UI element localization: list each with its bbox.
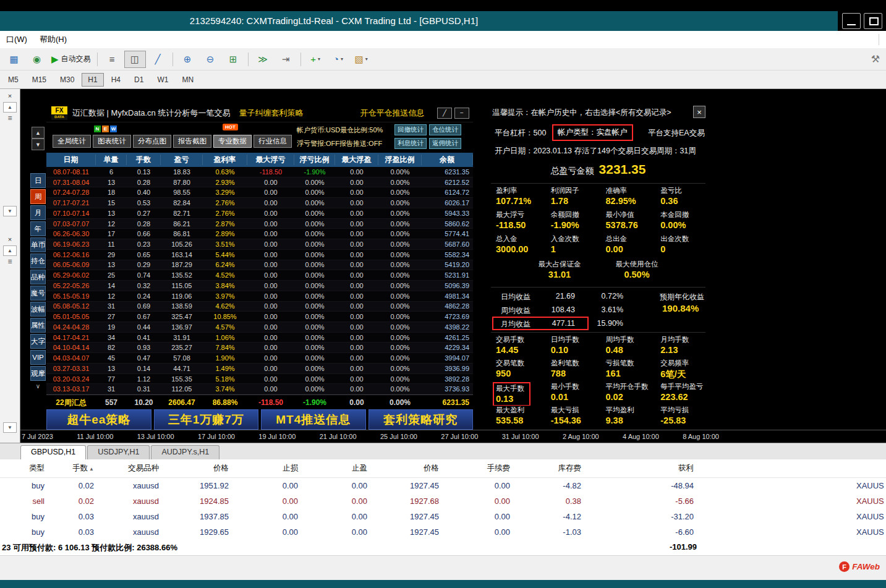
terminal-row[interactable]: buy0.02xauusd1951.920.000.001927.450.00-… (0, 478, 886, 493)
info-stat-inner: 最大盈利535.58 (496, 406, 543, 425)
stats-cell: 0.47 (127, 354, 161, 362)
timeframe-MN[interactable]: MN (176, 73, 200, 87)
terminal-col-header[interactable]: 手续费 (444, 463, 515, 474)
side-tab-日[interactable]: 日 (30, 173, 46, 188)
chart-tab-USDJPY,H1[interactable]: USDJPY,H1 (87, 445, 150, 459)
timeframe-M5[interactable]: M5 (2, 73, 25, 87)
terminal-col-header[interactable]: 手数▲ (49, 463, 99, 474)
terminal-col-header[interactable]: 价格 (164, 463, 234, 474)
side-tab-周[interactable]: 周 (30, 189, 46, 204)
close-icon[interactable]: × (8, 92, 12, 100)
mini-button-利息统计[interactable]: 利息统计 (394, 138, 427, 149)
templates-icon[interactable]: ▧▾ (351, 51, 372, 68)
close-icon[interactable]: × (8, 235, 12, 244)
banner-item[interactable]: 三年1万赚7万 (154, 409, 259, 430)
hot-badge: HOT (223, 124, 238, 130)
terminal-row[interactable]: buy0.03xauusd1929.650.000.001927.450.00-… (0, 524, 886, 540)
new-chart-icon[interactable]: ▦ (3, 51, 25, 68)
nav-button-全局统计[interactable]: 全局统计 (53, 135, 91, 148)
margin-status-text: 23 可用预付款: 6 106.13 预付款比例: 26388.66% (2, 542, 177, 553)
side-tab-属性[interactable]: 属性 (30, 318, 46, 333)
line-chart-icon[interactable]: ╱ (147, 51, 169, 68)
timeframe-W1[interactable]: W1 (151, 73, 174, 87)
scroll-down-icon[interactable]: ▼ (3, 422, 17, 433)
banner-item[interactable]: 套利策略研究 (368, 409, 474, 430)
side-tab-单币[interactable]: 单币 (30, 237, 46, 252)
close-icon[interactable]: × (693, 106, 705, 118)
stats-cell: 0.00 (247, 323, 294, 331)
terminal-row[interactable]: buy0.03xauusd1937.850.000.001927.450.00-… (0, 509, 886, 524)
side-tab-VIP[interactable]: VIP (30, 350, 46, 365)
side-tab-大字[interactable]: 大字 (30, 334, 46, 349)
chart-tab-AUDJPY.s,H1[interactable]: AUDJPY.s,H1 (151, 445, 219, 459)
stats-cell: 0.00% (294, 220, 335, 228)
chart-tab-GBPUSD,H1[interactable]: GBPUSD,H1 (20, 445, 86, 459)
terminal-col-header[interactable]: 价格 (372, 463, 444, 474)
auto-scroll-icon[interactable]: ≫ (252, 51, 274, 68)
menu-item-1[interactable]: 帮助(H) (33, 31, 73, 48)
banner-item[interactable]: MT4推送信息 (261, 409, 366, 430)
mini-button-回撤统计[interactable]: 回撤统计 (394, 124, 427, 135)
nav-button-专业数据[interactable]: 专业数据 (213, 135, 252, 148)
side-tab-波幅[interactable]: 波幅 (30, 302, 46, 317)
stats-table-row: 04.24-04.28190.44136.974.57%0.000.00%0.0… (46, 322, 473, 333)
timeframe-D1[interactable]: D1 (128, 73, 150, 87)
chart-shift-icon[interactable]: ⇥ (275, 51, 297, 68)
side-tab-品种[interactable]: 品种 (30, 270, 46, 284)
scroll-down-icon[interactable]: ▼ (3, 206, 17, 216)
menu-icon[interactable]: ≡ (7, 258, 12, 265)
bar-chart-icon[interactable]: ≡ (101, 51, 123, 68)
push-info-link[interactable]: 开仓平仓推送信息 (360, 108, 424, 119)
info-stat: 入金次数1 (543, 234, 598, 258)
candlestick-icon[interactable]: ◫ (124, 51, 146, 68)
menu-item-0[interactable]: 口(W) (0, 31, 33, 48)
terminal-col-header[interactable]: 交易品种 (99, 463, 164, 474)
terminal-col-header[interactable]: 止损 (234, 463, 303, 474)
autotrade-button[interactable]: ▶自动交易 (49, 51, 93, 68)
terminal-cell: XAUUS (699, 481, 886, 490)
indicators-icon[interactable]: +▾ (305, 51, 326, 68)
nav-button-分布点图[interactable]: 分布点图 (133, 135, 171, 148)
nav-button-行业信息[interactable]: 行业信息 (253, 135, 292, 148)
scroll-up-icon[interactable]: ▲ (3, 102, 17, 113)
mini-button-返佣统计[interactable]: 返佣统计 (429, 138, 461, 149)
panel-minimize-button[interactable]: − (454, 108, 469, 119)
minimize-button[interactable] (842, 13, 861, 29)
side-tab-年[interactable]: 年 (30, 221, 46, 236)
strategy-link[interactable]: 量子纠缠套利策略 (239, 108, 303, 119)
summary-cell: 0.00 (335, 398, 378, 407)
scroll-up-button[interactable]: ▲ (32, 127, 45, 138)
timeframe-H4[interactable]: H4 (105, 73, 127, 87)
scroll-down-button[interactable]: ▼ (32, 138, 45, 150)
terminal-col-header[interactable]: 库存费 (515, 463, 586, 474)
scroll-up-icon[interactable]: ▲ (3, 245, 17, 256)
stats-cell: 13 (96, 210, 127, 217)
zoom-out-icon[interactable]: ⊖ (200, 51, 221, 68)
stats-cell: 0.00 (247, 261, 294, 268)
tile-windows-icon[interactable]: ⊞ (223, 51, 244, 68)
nav-button-报告截图[interactable]: 报告截图 (173, 135, 211, 148)
terminal-col-header[interactable]: 类型 (0, 463, 49, 474)
terminal-row[interactable]: sell0.02xauusd1924.850.000.001927.680.00… (0, 493, 886, 509)
tools-icon[interactable]: ⚒ (871, 53, 880, 65)
side-tabs-more-icon[interactable]: ∨ (30, 383, 46, 390)
info-stat-label: 最大占保证金 (539, 260, 581, 269)
zoom-in-icon[interactable]: ⊕ (177, 51, 198, 68)
terminal-col-header[interactable]: 获利 (586, 463, 699, 474)
panel-expand-button[interactable]: ╱ (437, 108, 452, 119)
nav-button-图表统计[interactable]: 图表统计 (93, 135, 131, 148)
timeframe-M30[interactable]: M30 (54, 73, 80, 87)
timeframe-M15[interactable]: M15 (26, 73, 53, 87)
terminal-col-header[interactable]: 止盈 (303, 463, 372, 474)
side-tab-持仓[interactable]: 持仓 (30, 254, 46, 268)
maximize-button[interactable] (864, 13, 882, 29)
banner-item[interactable]: 超牛ea策略 (46, 409, 151, 430)
side-tab-魔号[interactable]: 魔号 (30, 286, 46, 300)
periods-icon[interactable]: ◔▾ (328, 51, 349, 68)
mini-button-仓位统计[interactable]: 仓位统计 (429, 124, 461, 135)
timeframe-H1[interactable]: H1 (82, 73, 103, 87)
profiles-icon[interactable]: ◉ (26, 51, 48, 68)
side-tab-观摩[interactable]: 观摩 (30, 366, 46, 381)
side-tab-月[interactable]: 月 (30, 205, 46, 220)
menu-icon[interactable]: ≡ (7, 114, 12, 122)
